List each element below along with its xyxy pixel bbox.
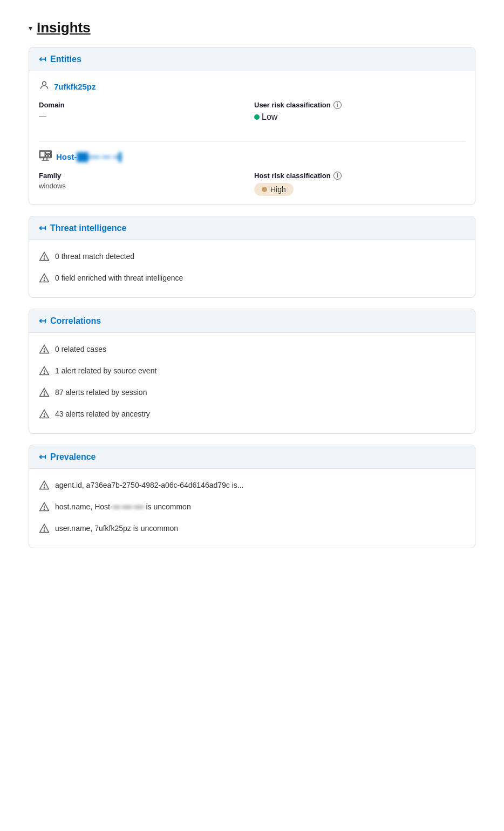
correlation-text-2: 87 alerts related by session <box>55 388 147 397</box>
user-risk-value: Low <box>254 112 465 122</box>
correlations-section: ↤ Correlations 0 related cases 1 alert r… <box>29 309 475 434</box>
prevalence-item-2: user.name, 7ufkfk25pz is uncommon <box>39 517 465 539</box>
svg-point-0 <box>43 81 46 85</box>
svg-point-24 <box>44 509 44 509</box>
svg-rect-5 <box>49 155 51 158</box>
host-risk-col: Host risk classification i High <box>254 172 465 196</box>
svg-rect-2 <box>40 152 45 158</box>
threat-text-0: 0 threat match detected <box>55 252 134 261</box>
host-entity-name-row: Host-██▪▪▪▪ ▪▪▪ ▪▪▌ <box>39 149 465 164</box>
svg-rect-4 <box>46 155 48 158</box>
prevalence-item-1: host.name, Host-▪▪▪ ▪▪▪▪ ▪▪▪▪ is uncommo… <box>39 496 465 517</box>
svg-point-10 <box>44 258 44 259</box>
insights-header: ▾ Insights <box>29 19 475 36</box>
threat-intelligence-title: Threat intelligence <box>50 223 126 233</box>
correlations-body: 0 related cases 1 alert related by sourc… <box>29 333 475 433</box>
chevron-down-icon[interactable]: ▾ <box>29 24 32 32</box>
warning-icon-corr-2 <box>39 387 50 398</box>
svg-point-18 <box>44 394 44 395</box>
user-entity: 7ufkfk25pz Domain — User risk classifica… <box>39 80 465 131</box>
entities-body: 7ufkfk25pz Domain — User risk classifica… <box>29 71 475 205</box>
risk-dot-high <box>262 187 267 192</box>
high-risk-badge: High <box>254 183 294 196</box>
entity-divider <box>39 141 465 142</box>
svg-point-26 <box>44 530 44 531</box>
family-value: windows <box>39 182 250 190</box>
threat-intelligence-section: ↤ Threat intelligence 0 threat match det… <box>29 216 475 298</box>
threat-text-1: 0 field enriched with threat intelligenc… <box>55 274 183 282</box>
svg-point-22 <box>44 487 44 488</box>
warning-icon-0 <box>39 251 50 262</box>
user-risk-label: User risk classification i <box>254 101 465 109</box>
warning-icon-corr-1 <box>39 365 50 376</box>
prevalence-item-0: agent.id, a736ea7b-2750-4982-a06c-64d614… <box>39 478 465 496</box>
warning-icon-prev-2 <box>39 523 50 534</box>
host-name[interactable]: Host-██▪▪▪▪ ▪▪▪ ▪▪▌ <box>56 152 124 161</box>
prevalence-header: ↤ Prevalence <box>29 445 475 469</box>
user-name[interactable]: 7ufkfk25pz <box>54 82 96 91</box>
warning-icon-prev-0 <box>39 480 50 491</box>
host-entity: Host-██▪▪▪▪ ▪▪▪ ▪▪▌ Family windows Host … <box>39 149 465 196</box>
svg-point-14 <box>44 351 44 352</box>
user-domain-col: Domain — <box>39 101 250 122</box>
prevalence-text-0: agent.id, a736ea7b-2750-4982-a06c-64d614… <box>55 481 244 489</box>
host-name-blurred: ██▪▪▪▪ ▪▪▪ ▪▪▌ <box>77 152 124 161</box>
user-risk-col: User risk classification i Low <box>254 101 465 122</box>
svg-point-16 <box>44 373 44 373</box>
family-label: Family <box>39 172 250 180</box>
warning-icon-1 <box>39 273 50 283</box>
host-risk-info-icon[interactable]: i <box>333 172 342 180</box>
svg-point-20 <box>44 416 44 417</box>
correlations-icon: ↤ <box>39 316 46 326</box>
correlation-item-1: 1 alert related by source event <box>39 360 465 382</box>
host-risk-label: Host risk classification i <box>254 172 465 180</box>
prevalence-title: Prevalence <box>50 452 96 462</box>
correlation-item-0: 0 related cases <box>39 342 465 360</box>
host-risk-badge: High <box>254 183 465 196</box>
correlation-text-0: 0 related cases <box>55 345 106 353</box>
prevalence-text-2: user.name, 7ufkfk25pz is uncommon <box>55 524 178 533</box>
user-risk-info-icon[interactable]: i <box>333 101 342 109</box>
user-fields: Domain — User risk classification i Low <box>39 101 465 122</box>
correlation-text-3: 43 alerts related by ancestry <box>55 410 150 418</box>
host-family-col: Family windows <box>39 172 250 196</box>
page-title: Insights <box>37 19 91 36</box>
warning-icon-corr-0 <box>39 344 50 355</box>
correlations-header: ↤ Correlations <box>29 309 475 333</box>
correlations-title: Correlations <box>50 316 101 326</box>
page-wrapper: ▾ Insights ↤ Entities 7ufkfk25pz <box>20 11 484 568</box>
domain-value: — <box>39 111 250 120</box>
threat-icon: ↤ <box>39 223 46 233</box>
prevalence-icon: ↤ <box>39 452 46 462</box>
entities-title: Entities <box>50 55 81 64</box>
risk-dot-low <box>254 114 260 120</box>
warning-icon-corr-3 <box>39 408 50 419</box>
entities-section-header: ↤ Entities <box>29 47 475 71</box>
host-name-blurred-prev: ▪▪▪ ▪▪▪▪ ▪▪▪▪ <box>113 503 144 511</box>
host-icon <box>39 149 52 164</box>
threat-intelligence-body: 0 threat match detected 0 field enriched… <box>29 240 475 297</box>
prevalence-text-1: host.name, Host-▪▪▪ ▪▪▪▪ ▪▪▪▪ is uncommo… <box>55 502 191 511</box>
domain-label: Domain <box>39 101 250 109</box>
user-entity-name-row: 7ufkfk25pz <box>39 80 465 93</box>
prevalence-section: ↤ Prevalence agent.id, a736ea7b-2750-498… <box>29 445 475 548</box>
threat-intelligence-header: ↤ Threat intelligence <box>29 216 475 240</box>
correlation-item-2: 87 alerts related by session <box>39 382 465 403</box>
user-icon <box>39 80 50 93</box>
svg-rect-3 <box>46 152 51 154</box>
threat-item-1: 0 field enriched with threat intelligenc… <box>39 267 465 289</box>
host-fields: Family windows Host risk classification … <box>39 172 465 196</box>
entities-icon: ↤ <box>39 54 46 64</box>
svg-point-12 <box>44 280 44 281</box>
prevalence-body: agent.id, a736ea7b-2750-4982-a06c-64d614… <box>29 469 475 548</box>
warning-icon-prev-1 <box>39 501 50 512</box>
entities-section: ↤ Entities 7ufkfk25pz Domain <box>29 47 475 205</box>
threat-item-0: 0 threat match detected <box>39 249 465 267</box>
correlation-text-1: 1 alert related by source event <box>55 366 156 375</box>
correlation-item-3: 43 alerts related by ancestry <box>39 403 465 425</box>
